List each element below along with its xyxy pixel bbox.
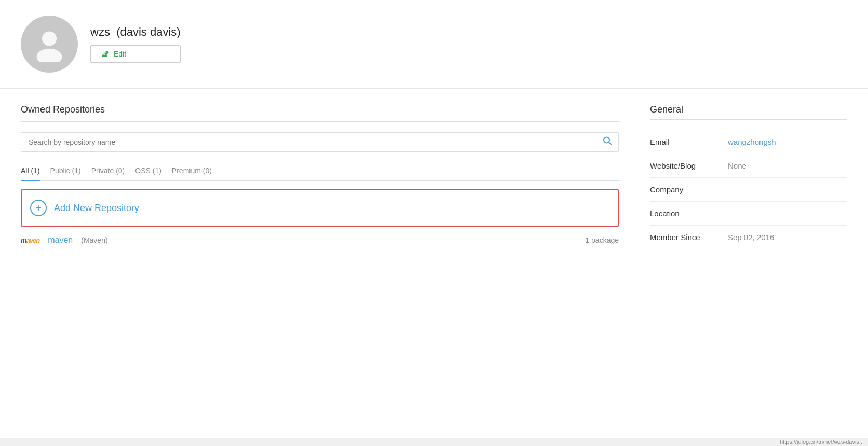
avatar: [21, 16, 78, 73]
url-text: https://julog.cn/tn/net/wzs-davis...: [780, 439, 864, 445]
svg-point-1: [37, 49, 62, 62]
info-value-member-since: Sep 02, 2016: [728, 233, 774, 242]
edit-icon: [101, 50, 110, 58]
info-row-location: Location: [650, 202, 847, 226]
page-wrapper: wzs (davis davis) Edit Owned Repositorie…: [0, 0, 868, 446]
profile-info: wzs (davis davis) Edit: [90, 25, 181, 63]
tab-private[interactable]: Private (0): [91, 162, 125, 181]
edit-label: Edit: [114, 50, 126, 58]
info-label-email: Email: [650, 137, 717, 146]
search-input[interactable]: [21, 132, 619, 152]
search-button[interactable]: [602, 136, 613, 149]
general-title: General: [650, 104, 847, 115]
search-icon: [602, 136, 613, 146]
section-divider: [21, 121, 619, 122]
info-label-location: Location: [650, 209, 717, 218]
add-repo-label: Add New Repository: [54, 203, 139, 214]
repo-item-maven: maven maven (Maven) 1 package: [21, 227, 619, 253]
info-value-website: None: [728, 161, 747, 170]
username-text: wzs: [90, 25, 110, 38]
info-row-website: Website/Blog None: [650, 154, 847, 178]
repo-packages: 1 package: [585, 236, 619, 244]
tab-all[interactable]: All (1): [21, 162, 40, 181]
left-panel: Owned Repositories All (1) Public (1) Pr…: [21, 104, 619, 253]
owned-repos-title: Owned Repositories: [21, 104, 619, 115]
edit-button[interactable]: Edit: [90, 45, 181, 63]
svg-point-0: [42, 32, 57, 46]
tab-premium[interactable]: Premium (0): [172, 162, 212, 181]
add-new-repository-button[interactable]: + Add New Repository: [21, 189, 619, 227]
profile-username: wzs (davis davis): [90, 25, 181, 39]
main-content: Owned Repositories All (1) Public (1) Pr…: [0, 89, 868, 269]
info-label-company: Company: [650, 185, 717, 194]
info-label-website: Website/Blog: [650, 161, 717, 170]
info-row-member-since: Member Since Sep 02, 2016: [650, 226, 847, 249]
maven-logo: maven: [21, 236, 39, 244]
repo-type: (Maven): [81, 236, 107, 244]
profile-header: wzs (davis davis) Edit: [0, 0, 868, 89]
info-label-member-since: Member Since: [650, 233, 717, 242]
svg-line-5: [609, 142, 612, 145]
tab-public[interactable]: Public (1): [50, 162, 81, 181]
search-box: [21, 132, 619, 152]
url-bar: https://julog.cn/tn/net/wzs-davis...: [0, 438, 868, 446]
info-value-email[interactable]: wangzhongsh: [728, 137, 776, 146]
repo-tabs: All (1) Public (1) Private (0) OSS (1) P…: [21, 162, 619, 181]
info-row-company: Company: [650, 178, 847, 202]
display-name-text: (davis davis): [116, 25, 180, 38]
general-divider: [650, 119, 847, 120]
add-icon: +: [30, 200, 47, 216]
tab-oss[interactable]: OSS (1): [135, 162, 161, 181]
right-panel: General Email wangzhongsh Website/Blog N…: [650, 104, 847, 253]
repo-name[interactable]: maven: [48, 235, 73, 245]
info-row-email: Email wangzhongsh: [650, 130, 847, 154]
